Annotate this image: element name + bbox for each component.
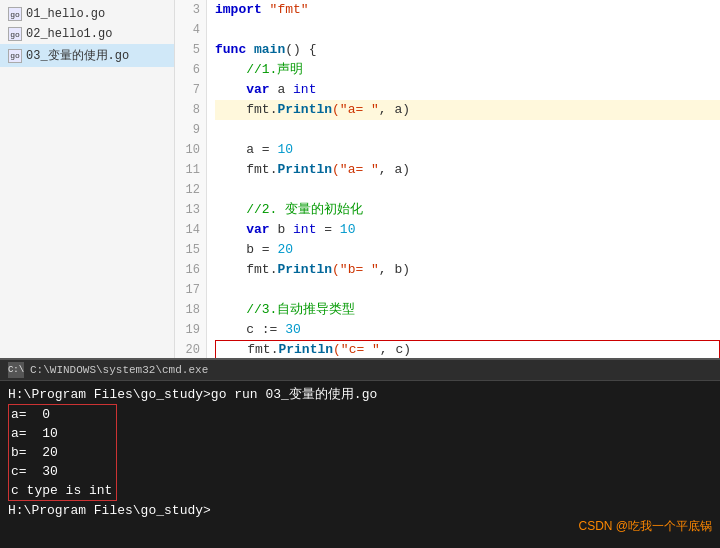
code-line: func main() {: [215, 40, 720, 60]
code-content[interactable]: import "fmt" func main() { //1.声明 var a …: [207, 0, 720, 358]
line-number: 9: [175, 120, 206, 140]
terminal-output-line: a= 10: [11, 424, 112, 443]
line-number: 3: [175, 0, 206, 20]
terminal-output-line: c type is int: [11, 481, 112, 500]
file-sidebar: go01_hello.gogo02_hello1.gogo03_变量的使用.go: [0, 0, 175, 358]
line-number: 17: [175, 280, 206, 300]
terminal-output-line: a= 0: [11, 405, 112, 424]
code-line: fmt.Println("b= ", b): [215, 260, 720, 280]
file-item[interactable]: go02_hello1.go: [0, 24, 174, 44]
line-number: 5: [175, 40, 206, 60]
terminal-output-line: c= 30: [11, 462, 112, 481]
terminal-output-line: b= 20: [11, 443, 112, 462]
file-name: 01_hello.go: [26, 7, 105, 21]
line-numbers: 345678910111213141516171819202122: [175, 0, 207, 358]
watermark: CSDN @吃我一个平底锅: [578, 517, 712, 536]
line-number: 8: [175, 100, 206, 120]
terminal-next-prompt: H:\Program Files\go_study>: [8, 501, 570, 520]
code-line: fmt.Println("a= ", a): [215, 160, 720, 180]
terminal-left: H:\Program Files\go_study>go run 03_变量的使…: [8, 385, 570, 544]
code-line: a = 10: [215, 140, 720, 160]
code-line: c := 30: [215, 320, 720, 340]
editor-container: go01_hello.gogo02_hello1.gogo03_变量的使用.go…: [0, 0, 720, 358]
watermark-area: CSDN @吃我一个平底锅: [578, 385, 712, 544]
code-line: fmt.Println("a= ", a): [215, 100, 720, 120]
code-line: //3.自动推导类型: [215, 300, 720, 320]
terminal-prompt: H:\Program Files\go_study>go run 03_变量的使…: [8, 385, 570, 404]
code-line: fmt.Println("c= ", c): [215, 340, 720, 358]
line-number: 10: [175, 140, 206, 160]
file-item[interactable]: go01_hello.go: [0, 4, 174, 24]
code-line: //1.声明: [215, 60, 720, 80]
line-number: 11: [175, 160, 206, 180]
file-item[interactable]: go03_变量的使用.go: [0, 44, 174, 67]
terminal-titlebar: C:\ C:\WINDOWS\system32\cmd.exe: [0, 360, 720, 381]
file-name: 02_hello1.go: [26, 27, 112, 41]
line-number: 4: [175, 20, 206, 40]
watermark-prefix: CSDN @: [578, 519, 628, 533]
line-number: 19: [175, 320, 206, 340]
line-number: 7: [175, 80, 206, 100]
terminal: C:\ C:\WINDOWS\system32\cmd.exe H:\Progr…: [0, 358, 720, 548]
line-number: 15: [175, 240, 206, 260]
line-number: 16: [175, 260, 206, 280]
code-area: 345678910111213141516171819202122 import…: [175, 0, 720, 358]
code-line: [215, 180, 720, 200]
terminal-title: C:\WINDOWS\system32\cmd.exe: [30, 364, 208, 376]
watermark-name: 吃我一个平底锅: [628, 519, 712, 533]
line-number: 14: [175, 220, 206, 240]
code-line: import "fmt": [215, 0, 720, 20]
file-icon: go: [8, 49, 22, 63]
line-number: 13: [175, 200, 206, 220]
terminal-icon: C:\: [8, 362, 24, 378]
code-line: var a int: [215, 80, 720, 100]
code-line: var b int = 10: [215, 220, 720, 240]
line-number: 12: [175, 180, 206, 200]
file-name: 03_变量的使用.go: [26, 47, 129, 64]
file-icon: go: [8, 7, 22, 21]
code-line: b = 20: [215, 240, 720, 260]
code-line: [215, 280, 720, 300]
code-line: [215, 120, 720, 140]
code-line: [215, 20, 720, 40]
file-icon: go: [8, 27, 22, 41]
line-number: 6: [175, 60, 206, 80]
line-number: 20: [175, 340, 206, 358]
terminal-output-box: a= 0a= 10b= 20c= 30c type is int: [8, 404, 117, 501]
code-line: //2. 变量的初始化: [215, 200, 720, 220]
terminal-body: H:\Program Files\go_study>go run 03_变量的使…: [0, 381, 720, 548]
line-number: 18: [175, 300, 206, 320]
